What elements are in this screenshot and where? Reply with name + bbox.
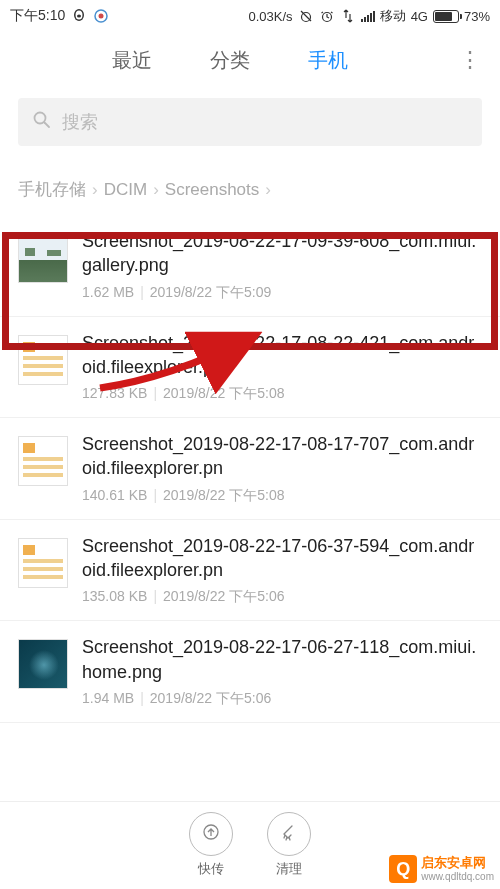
file-name: Screenshot_2019-08-22-17-06-37-594_com.a… (82, 534, 482, 583)
svg-point-4 (99, 14, 104, 19)
file-list: Screenshot_2019-08-22-17-09-39-608_com.m… (0, 215, 500, 723)
status-time: 下午5:10 (10, 7, 65, 25)
svg-point-8 (35, 112, 46, 123)
clean-button[interactable]: 清理 (267, 812, 311, 889)
search-placeholder: 搜索 (62, 110, 98, 134)
file-item[interactable]: Screenshot_2019-08-22-17-06-37-594_com.a… (0, 520, 500, 622)
status-network: 4G (411, 9, 428, 24)
file-thumbnail (18, 538, 68, 588)
tab-bar: 最近 分类 手机 ⋮ (0, 32, 500, 88)
file-name: Screenshot_2019-08-22-17-06-27-118_com.m… (82, 635, 482, 684)
battery-icon (433, 10, 459, 23)
broom-icon (279, 822, 299, 846)
tab-category[interactable]: 分类 (206, 39, 254, 82)
svg-point-2 (77, 15, 81, 18)
breadcrumb: 手机存储 › DCIM › Screenshots › (0, 164, 500, 215)
chevron-right-icon: › (153, 180, 159, 200)
watermark: Q 启东安卓网 www.qdltdq.com (389, 855, 494, 883)
status-speed: 0.03K/s (249, 9, 293, 24)
file-name: Screenshot_2019-08-22-17-08-22-421_com.a… (82, 331, 482, 380)
file-size: 1.94 MB (82, 690, 134, 706)
alarm-off-icon (298, 8, 314, 24)
status-battery: 73% (464, 9, 490, 24)
file-name: Screenshot_2019-08-22-17-09-39-608_com.m… (82, 229, 482, 278)
svg-point-5 (301, 13, 310, 22)
status-carrier: 移动 (380, 7, 406, 25)
file-item[interactable]: Screenshot_2019-08-22-17-09-39-608_com.m… (0, 215, 500, 317)
status-bar: 下午5:10 0.03K/s 移动 4G 73% (0, 0, 500, 32)
clean-label: 清理 (276, 860, 302, 878)
file-size: 140.61 KB (82, 487, 147, 503)
file-date: 2019/8/22 下午5:08 (163, 385, 284, 401)
file-name: Screenshot_2019-08-22-17-08-17-707_com.a… (82, 432, 482, 481)
watermark-title: 启东安卓网 (421, 856, 494, 870)
tab-phone[interactable]: 手机 (304, 39, 352, 82)
clock-icon (319, 8, 335, 24)
chevron-right-icon: › (265, 180, 271, 200)
more-button[interactable]: ⋮ (450, 47, 490, 73)
search-icon (32, 110, 52, 135)
file-thumbnail (18, 639, 68, 689)
file-size: 127.83 KB (82, 385, 147, 401)
quick-send-label: 快传 (198, 860, 224, 878)
signal-icon (361, 10, 375, 22)
quick-send-button[interactable]: 快传 (189, 812, 233, 889)
file-thumbnail (18, 436, 68, 486)
qq-icon (71, 8, 87, 24)
app-icon (93, 8, 109, 24)
tab-recent[interactable]: 最近 (108, 39, 156, 82)
watermark-logo-icon: Q (389, 855, 417, 883)
chevron-right-icon: › (92, 180, 98, 200)
file-item[interactable]: Screenshot_2019-08-22-17-08-17-707_com.a… (0, 418, 500, 520)
upload-icon (201, 822, 221, 846)
file-item[interactable]: Screenshot_2019-08-22-17-08-22-421_com.a… (0, 317, 500, 419)
file-size: 1.62 MB (82, 284, 134, 300)
svg-line-9 (45, 122, 50, 127)
watermark-url: www.qdltdq.com (421, 871, 494, 882)
file-date: 2019/8/22 下午5:08 (163, 487, 284, 503)
file-date: 2019/8/22 下午5:06 (150, 690, 271, 706)
file-thumbnail (18, 233, 68, 283)
crumb-2[interactable]: Screenshots (165, 180, 260, 200)
file-item[interactable]: Screenshot_2019-08-22-17-06-27-118_com.m… (0, 621, 500, 723)
crumb-1[interactable]: DCIM (104, 180, 147, 200)
search-input[interactable]: 搜索 (18, 98, 482, 146)
file-thumbnail (18, 335, 68, 385)
crumb-0[interactable]: 手机存储 (18, 178, 86, 201)
data-icon (340, 8, 356, 24)
file-date: 2019/8/22 下午5:09 (150, 284, 271, 300)
file-date: 2019/8/22 下午5:06 (163, 588, 284, 604)
file-size: 135.08 KB (82, 588, 147, 604)
